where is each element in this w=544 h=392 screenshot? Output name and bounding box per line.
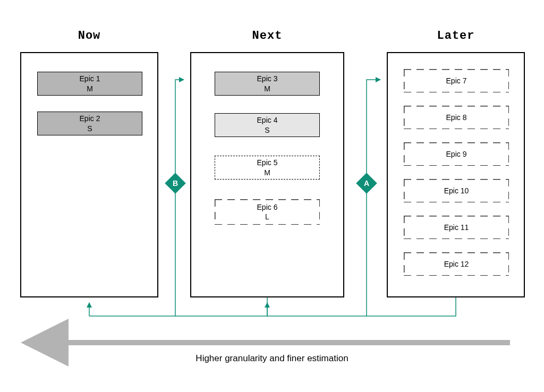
gate-b-label: B [173, 179, 178, 188]
flow-path-a-segment2 [367, 80, 380, 179]
epic-name: Epic 8 [446, 113, 467, 122]
epic-card-2: Epic 2 S [37, 112, 142, 135]
column-title-now: Now [20, 29, 158, 42]
epic-name: Epic 3 [257, 74, 278, 83]
gate-a-diamond: A [356, 173, 377, 194]
epic-card-7: Epic 7 [404, 69, 509, 92]
column-title-next: Next [190, 29, 344, 42]
epic-card-1: Epic 1 M [37, 72, 142, 96]
epic-card-9: Epic 9 [404, 142, 509, 166]
granularity-caption: Higher granularity and finer estimation [0, 353, 544, 364]
epic-size: M [264, 168, 270, 177]
epic-name: Epic 4 [257, 115, 278, 125]
epic-name: Epic 2 [80, 114, 100, 123]
epic-size: M [264, 84, 270, 93]
epic-card-3: Epic 3 M [215, 72, 320, 96]
epic-size: L [265, 212, 269, 221]
epic-size: M [87, 84, 93, 93]
gate-a-label: A [364, 179, 369, 188]
epic-card-11: Epic 11 [404, 216, 509, 239]
epic-card-8: Epic 8 [404, 106, 509, 129]
epic-card-10: Epic 10 [404, 179, 509, 202]
epic-name: Epic 11 [444, 223, 469, 232]
epic-name: Epic 9 [446, 149, 467, 159]
epic-name: Epic 1 [80, 74, 100, 83]
epic-name: Epic 12 [444, 259, 469, 269]
gate-b-diamond: B [165, 173, 186, 194]
epic-name: Epic 10 [444, 186, 469, 195]
epic-card-4: Epic 4 S [215, 113, 320, 137]
epic-name: Epic 6 [257, 202, 278, 212]
epic-card-5: Epic 5 M [215, 156, 320, 180]
epic-name: Epic 5 [257, 158, 278, 167]
epic-card-12: Epic 12 [404, 252, 509, 276]
epic-name: Epic 7 [446, 76, 467, 86]
epic-card-6: Epic 6 L [215, 199, 320, 225]
flow-path-b-segment2 [175, 80, 184, 179]
epic-size: S [87, 124, 92, 133]
column-title-later: Later [387, 29, 525, 42]
roadmap-diagram: Now Next Later Epic 1 M Epic 2 S Epic 3 … [0, 0, 544, 392]
epic-size: S [265, 125, 269, 135]
